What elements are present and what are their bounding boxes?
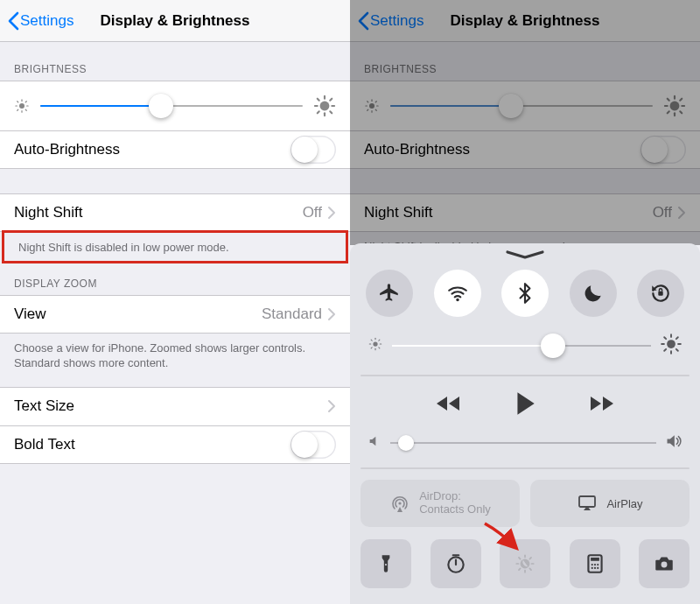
back-label: Settings (20, 12, 74, 30)
cc-brightness-slider[interactable] (368, 333, 682, 359)
sun-low-icon (368, 336, 383, 355)
airplane-icon (378, 282, 401, 305)
svg-line-70 (529, 558, 531, 559)
chevron-right-icon (327, 206, 336, 220)
flashlight-icon (374, 552, 397, 575)
airdrop-title: AirDrop: (419, 490, 491, 503)
chevron-right-icon (677, 206, 686, 220)
moon-icon (582, 282, 605, 305)
svg-line-25 (368, 109, 368, 110)
night-shift-value: Off (653, 204, 672, 221)
media-controls (360, 390, 690, 420)
svg-line-16 (318, 111, 319, 113)
brightness-slider-row (350, 81, 700, 130)
night-shift-label: Night Shift (364, 204, 432, 221)
flashlight-button[interactable] (360, 539, 411, 588)
svg-line-55 (676, 337, 678, 339)
bold-text-label: Bold Text (14, 436, 75, 453)
brightness-slider[interactable] (390, 94, 653, 118)
airdrop-button[interactable]: AirDrop:Contacts Only (360, 480, 520, 527)
svg-point-47 (667, 340, 676, 348)
svg-line-24 (375, 109, 376, 110)
svg-point-56 (399, 502, 402, 504)
rotation-lock-button[interactable] (637, 270, 684, 317)
nav-bar: Settings Display & Brightness (350, 0, 700, 42)
brightness-slider[interactable] (40, 94, 303, 118)
volume-slider[interactable] (368, 432, 682, 453)
night-shift-row[interactable]: Night Shift Off (350, 193, 700, 232)
airplay-button[interactable]: AirPlay (530, 480, 690, 527)
bluetooth-button[interactable] (501, 270, 549, 317)
zoom-note: Choose a view for iPhone. Zoomed shows l… (0, 334, 350, 380)
svg-line-53 (676, 349, 678, 351)
auto-brightness-label: Auto-Brightness (364, 141, 470, 158)
svg-line-32 (668, 99, 669, 101)
svg-line-7 (18, 109, 18, 110)
svg-line-15 (330, 111, 332, 113)
auto-brightness-label: Auto-Brightness (14, 141, 120, 158)
bold-text-toggle[interactable] (290, 431, 336, 459)
forward-button[interactable] (589, 390, 615, 420)
back-label: Settings (370, 12, 424, 30)
auto-brightness-toggle[interactable] (640, 136, 686, 164)
highlight-annotation: Night Shift is disabled in low power mod… (2, 230, 348, 263)
camera-button[interactable] (639, 539, 690, 588)
svg-rect-72 (591, 558, 599, 561)
svg-point-27 (670, 102, 680, 111)
night-shift-row[interactable]: Night Shift Off (0, 193, 350, 232)
rewind-button[interactable] (435, 390, 461, 420)
do-not-disturb-button[interactable] (570, 270, 617, 317)
chevron-right-icon (327, 399, 336, 413)
airplane-mode-button[interactable] (366, 270, 413, 317)
night-shift-value: Off (303, 204, 322, 221)
view-label: View (14, 306, 46, 323)
svg-line-52 (664, 337, 666, 339)
play-button[interactable] (514, 390, 536, 420)
wifi-button[interactable] (434, 270, 481, 317)
calculator-icon (584, 552, 606, 575)
svg-point-36 (456, 298, 458, 301)
text-size-row[interactable]: Text Size (0, 387, 350, 425)
svg-line-67 (519, 558, 521, 559)
text-size-label: Text Size (14, 397, 74, 415)
svg-line-23 (368, 102, 368, 102)
airplay-label: AirPlay (606, 497, 642, 510)
auto-brightness-toggle[interactable] (290, 136, 336, 164)
camera-icon (653, 552, 676, 575)
back-button[interactable]: Settings (357, 11, 424, 31)
svg-line-8 (25, 102, 26, 102)
svg-point-75 (597, 564, 598, 565)
sun-high-icon (663, 95, 686, 117)
view-row[interactable]: View Standard (0, 295, 350, 334)
svg-rect-37 (658, 291, 662, 296)
night-shift-icon (514, 552, 536, 575)
svg-line-6 (25, 109, 26, 110)
sun-high-icon (313, 95, 336, 117)
timer-icon (444, 552, 467, 575)
airdrop-icon (389, 493, 410, 514)
svg-point-73 (591, 564, 592, 565)
svg-line-44 (379, 348, 380, 348)
view-value: Standard (262, 306, 322, 323)
divider (360, 467, 690, 469)
chevron-left-icon (357, 11, 369, 31)
grabber-icon[interactable] (506, 250, 544, 259)
night-shift-button[interactable] (500, 539, 550, 588)
back-button[interactable]: Settings (7, 11, 74, 31)
speaker-low-icon (368, 434, 382, 452)
svg-line-54 (664, 349, 666, 351)
sun-low-icon (14, 98, 30, 114)
airdrop-subtitle: Contacts Only (419, 503, 491, 516)
svg-point-0 (19, 103, 24, 109)
calculator-button[interactable] (570, 539, 620, 588)
play-icon (514, 390, 536, 417)
svg-line-5 (18, 102, 18, 102)
svg-line-68 (529, 568, 531, 570)
svg-point-76 (591, 567, 592, 569)
svg-point-79 (662, 562, 668, 568)
svg-point-58 (385, 564, 387, 565)
timer-button[interactable] (430, 539, 481, 588)
section-header-display-zoom: DISPLAY ZOOM (0, 263, 350, 295)
nav-bar: Settings Display & Brightness (0, 0, 350, 42)
sun-high-icon (660, 333, 682, 359)
